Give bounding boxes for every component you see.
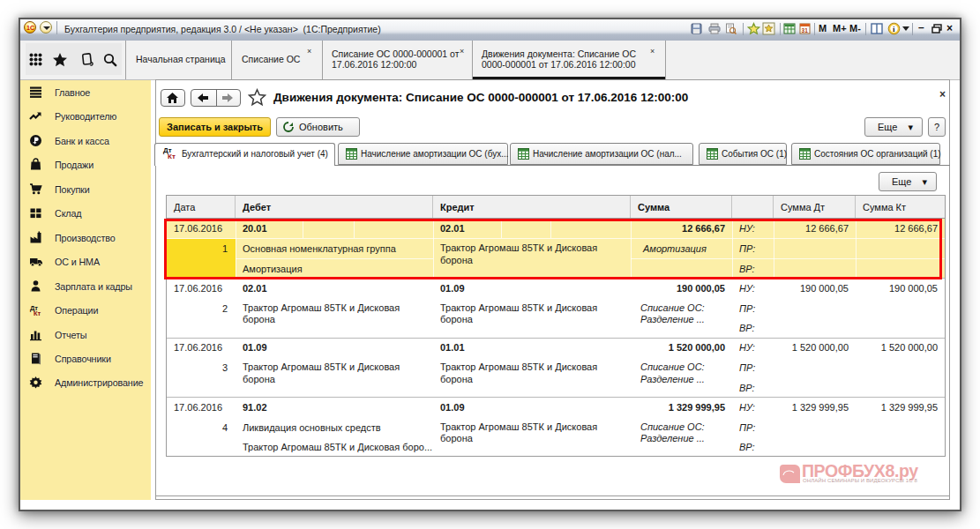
svg-text:Кт: Кт <box>34 309 41 317</box>
svg-text:31: 31 <box>802 27 809 34</box>
